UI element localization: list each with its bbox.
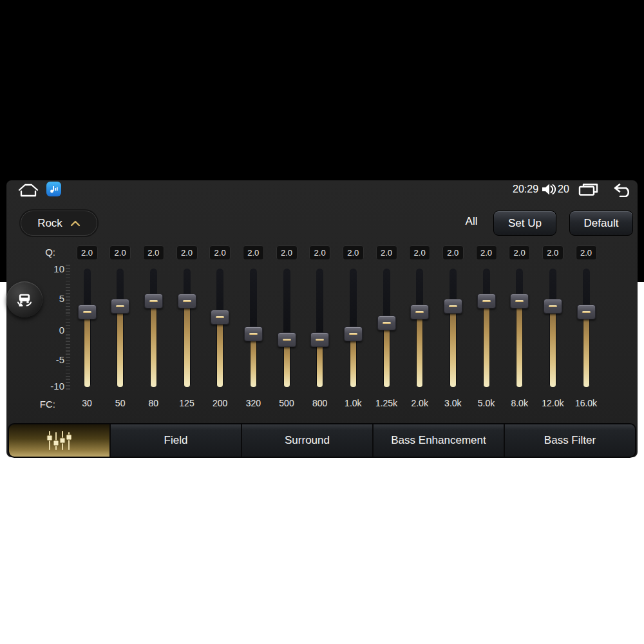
eq-slider-handle-80[interactable] xyxy=(144,294,163,308)
eq-fill-50 xyxy=(117,307,123,387)
handle-grip-mark xyxy=(283,339,291,341)
q-value-80[interactable]: 2.0 xyxy=(143,245,164,260)
handle-grip-mark xyxy=(549,305,557,307)
default-button[interactable]: Default xyxy=(569,211,633,236)
handle-grip-mark xyxy=(116,305,124,307)
eq-slider-handle-1.0k[interactable] xyxy=(344,327,363,341)
handle-grip-mark xyxy=(449,305,457,307)
axis-label: 0 xyxy=(37,325,64,336)
q-value-500[interactable]: 2.0 xyxy=(276,245,298,260)
q-value-320[interactable]: 2.0 xyxy=(243,245,264,260)
eq-fill-80 xyxy=(151,301,156,387)
eq-fill-3.0k xyxy=(450,307,456,387)
handle-grip-mark xyxy=(582,311,591,313)
eq-fill-16.0k xyxy=(583,312,589,387)
eq-fill-12.0k xyxy=(550,307,556,387)
eq-fill-125 xyxy=(184,301,190,387)
handle-grip-mark xyxy=(415,311,424,313)
volume-icon[interactable] xyxy=(542,183,556,196)
eq-slider-handle-500[interactable] xyxy=(278,332,296,347)
eq-fill-320 xyxy=(251,334,256,387)
tab-bass-filter[interactable]: Bass Filter xyxy=(505,424,635,457)
eq-slider-handle-800[interactable] xyxy=(310,332,329,347)
axis-tick-ruler xyxy=(66,265,70,392)
eq-fill-8.0k xyxy=(516,301,522,387)
q-value-8.0k[interactable]: 2.0 xyxy=(509,245,530,260)
eq-fill-1.0k xyxy=(350,334,356,387)
eq-slider-handle-3.0k[interactable] xyxy=(444,299,462,314)
q-value-12.0k[interactable]: 2.0 xyxy=(542,245,564,260)
handle-grip-mark xyxy=(249,333,258,335)
eq-slider-handle-30[interactable] xyxy=(78,305,97,319)
tab-bass-enhancement[interactable]: Bass Enhancement xyxy=(374,424,505,457)
car-sound-position-icon xyxy=(12,287,37,312)
q-value-200[interactable]: 2.0 xyxy=(209,245,231,260)
axis-label: -5 xyxy=(37,354,64,365)
q-value-800[interactable]: 2.0 xyxy=(309,245,330,260)
fc-label-16.0k: 16.0k xyxy=(566,398,606,408)
handle-grip-mark xyxy=(83,311,91,313)
handle-grip-mark xyxy=(349,333,357,335)
axis-label: 10 xyxy=(37,263,64,274)
tab-field[interactable]: Field xyxy=(111,424,242,457)
fc-row-label: FC: xyxy=(36,399,55,410)
handle-grip-mark xyxy=(515,300,524,302)
axis-label: 5 xyxy=(37,293,64,304)
handle-grip-mark xyxy=(383,322,391,324)
q-value-30[interactable]: 2.0 xyxy=(77,245,98,260)
bottom-tab-bar: Field Surround Bass Enhancement Bass Fil… xyxy=(8,423,636,458)
q-value-50[interactable]: 2.0 xyxy=(109,245,131,260)
eq-slider-handle-125[interactable] xyxy=(178,294,196,308)
eq-slider-handle-320[interactable] xyxy=(244,327,263,341)
eq-fill-1.25k xyxy=(384,323,390,387)
eq-slider-handle-12.0k[interactable] xyxy=(544,299,562,314)
back-arrow-icon[interactable] xyxy=(612,183,632,197)
music-app-icon[interactable] xyxy=(46,182,61,196)
q-value-3.0k[interactable]: 2.0 xyxy=(442,245,464,260)
handle-grip-mark xyxy=(183,300,191,302)
q-value-5.0k[interactable]: 2.0 xyxy=(476,245,497,260)
eq-fill-200 xyxy=(217,317,223,387)
eq-slider-handle-2.0k[interactable] xyxy=(410,305,429,319)
setup-button[interactable]: Set Up xyxy=(493,211,556,236)
eq-fill-2.0k xyxy=(417,312,422,387)
eq-slider-handle-200[interactable] xyxy=(211,310,229,325)
handle-grip-mark xyxy=(482,300,491,302)
recent-apps-icon[interactable] xyxy=(578,183,598,196)
all-label[interactable]: All xyxy=(459,215,484,228)
eq-slider-handle-5.0k[interactable] xyxy=(477,294,496,308)
eq-fill-5.0k xyxy=(484,301,489,387)
handle-grip-mark xyxy=(316,339,324,341)
head-unit-screen: 20:29 20 Rock All Set Up Default Q: FC: xyxy=(0,0,644,644)
eq-slider-handle-8.0k[interactable] xyxy=(510,294,529,308)
q-value-2.0k[interactable]: 2.0 xyxy=(409,245,430,260)
handle-grip-mark xyxy=(216,316,224,318)
status-volume-level: 20 xyxy=(558,184,569,195)
chevron-up-icon xyxy=(70,220,80,227)
handle-grip-mark xyxy=(149,300,158,302)
q-value-125[interactable]: 2.0 xyxy=(176,245,198,260)
eq-slider-handle-16.0k[interactable] xyxy=(577,305,596,319)
q-row-label: Q: xyxy=(36,247,55,258)
axis-label: -10 xyxy=(37,381,64,392)
eq-slider-handle-50[interactable] xyxy=(111,299,129,314)
equalizer-icon xyxy=(46,430,73,451)
tab-equalizer[interactable] xyxy=(9,424,111,457)
q-value-1.25k[interactable]: 2.0 xyxy=(376,245,397,260)
home-icon[interactable] xyxy=(17,182,39,197)
eq-fill-30 xyxy=(84,312,90,387)
status-time: 20:29 xyxy=(513,184,538,195)
eq-slider-handle-1.25k[interactable] xyxy=(377,316,396,330)
tab-surround[interactable]: Surround xyxy=(242,424,374,457)
q-value-16.0k[interactable]: 2.0 xyxy=(576,245,597,260)
preset-label: Rock xyxy=(37,217,62,230)
q-value-1.0k[interactable]: 2.0 xyxy=(343,245,364,260)
preset-dropdown[interactable]: Rock xyxy=(21,211,97,236)
